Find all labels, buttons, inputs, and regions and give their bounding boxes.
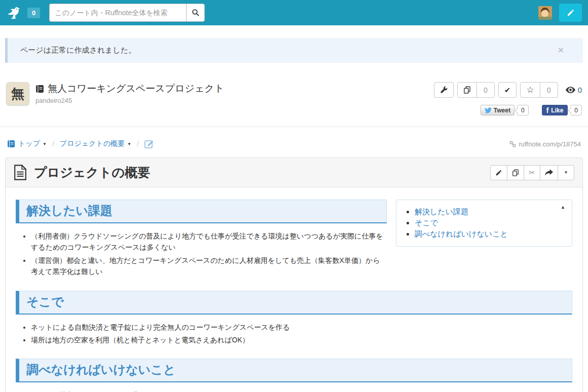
search-form <box>49 4 205 22</box>
page-title: プロジェクトの概要 <box>34 164 150 181</box>
book-icon-blue <box>7 140 15 148</box>
list-item: （利用者側）クラウドソーシングの普及により地方でも仕事が受注できる環境は整いつつ… <box>31 230 393 253</box>
fork-button[interactable] <box>457 82 477 98</box>
user-avatar[interactable] <box>538 6 552 20</box>
chevron-down-icon: ▼ <box>564 170 568 175</box>
page-toolbar: ✂ ▼ <box>490 165 574 180</box>
star-button[interactable]: ☆ <box>520 82 540 98</box>
list-item: 電子錠の導入ってどれぐらいの費用がかかるのか？ <box>31 389 393 392</box>
document-icon <box>14 165 27 180</box>
page-panel: プロジェクトの概要 ✂ <box>5 158 583 392</box>
copy-page-button[interactable] <box>507 165 524 180</box>
wrench-icon <box>440 86 448 94</box>
star-count[interactable]: 0 <box>540 82 558 98</box>
note-avatar[interactable]: 無 <box>6 82 29 105</box>
breadcrumb-page-link[interactable]: プロジェクトの概要 <box>60 139 125 148</box>
list-item: 調べなければいけないこと <box>415 229 565 239</box>
section-bullet-list: （利用者側）クラウドソーシングの普及により地方でも仕事が受注できる環境は整いつつ… <box>16 230 393 278</box>
more-actions-button[interactable]: ▼ <box>558 165 574 180</box>
twitter-bird-icon <box>485 107 492 113</box>
page-url[interactable]: ruffnote.com/p/18754 <box>509 140 581 148</box>
watch-button[interactable]: ✔ <box>498 82 517 98</box>
like-widget: f Like 0 <box>542 105 582 115</box>
breadcrumb: トップ ▼ / プロジェクトの概要 ▼ / ruffnote.com/p/187… <box>0 127 588 158</box>
section-bullet-list: ネットによる自動決済と電子錠により完全無人のコーワーキングスペースを作る 場所は… <box>16 322 393 346</box>
view-count: 0 <box>578 86 582 94</box>
success-alert: ページは正常に作成されました。 × <box>5 38 583 63</box>
chevron-down-icon[interactable]: ▼ <box>127 142 131 146</box>
note-author[interactable]: pandeiro245 <box>35 97 224 104</box>
chevron-down-icon[interactable]: ▼ <box>43 142 47 146</box>
edit-page-button[interactable] <box>490 165 507 180</box>
list-item: 解決したい課題 <box>415 207 565 217</box>
search-input[interactable] <box>49 4 186 22</box>
notification-badge[interactable]: 0 <box>27 8 40 18</box>
facebook-like-button[interactable]: f Like <box>542 105 568 115</box>
table-of-contents: 解決したい課題 そこで 調べなければいけないこと ▲ <box>396 200 572 247</box>
eye-icon <box>566 87 575 93</box>
search-icon <box>192 9 200 17</box>
list-item: （運営側）都会と違い、地方だとコワーキングスペースのために人材雇用をしても売上（… <box>31 255 393 278</box>
pencil-icon <box>495 169 502 176</box>
list-item: そこで <box>415 218 565 228</box>
section-heading: 解決したい課題 <box>16 200 387 223</box>
new-page-button[interactable] <box>559 4 582 22</box>
tweet-count[interactable]: 0 <box>517 105 529 115</box>
toc-link-1[interactable]: 解決したい課題 <box>415 207 468 216</box>
alert-close-icon[interactable]: × <box>558 45 564 55</box>
like-count[interactable]: 0 <box>570 105 582 115</box>
page-panel-header: プロジェクトの概要 ✂ <box>6 158 582 187</box>
note-title: 無人コワーキングスペースプロジェクト <box>48 82 224 95</box>
facebook-icon: f <box>546 106 549 114</box>
collapse-toc-icon[interactable]: ▲ <box>561 205 565 210</box>
book-icon <box>35 85 44 93</box>
view-counter: 0 <box>566 86 582 94</box>
fork-count[interactable]: 0 <box>476 82 495 98</box>
section-bullet-list: 電子錠の導入ってどれぐらいの費用がかかるのか？ そういう運営をして良い格安物件と… <box>16 389 393 392</box>
alert-message: ページは正常に作成されました。 <box>20 46 136 54</box>
settings-button[interactable] <box>434 82 454 98</box>
navbar: 0 <box>0 0 588 25</box>
page-content: 解決したい課題 そこで 調べなければいけないこと ▲ 解決したい課題 （利用者側… <box>6 187 582 392</box>
note-header: 無 無人コワーキングスペースプロジェクト pandeiro245 <box>0 73 588 115</box>
breadcrumb-top-link[interactable]: トップ <box>7 139 40 148</box>
cut-page-button[interactable]: ✂ <box>524 165 540 180</box>
star-icon: ☆ <box>526 86 534 94</box>
pencil-icon <box>567 9 575 17</box>
tweet-widget: Tweet 0 <box>481 105 529 115</box>
move-page-button[interactable] <box>540 165 558 180</box>
toc-link-3[interactable]: 調べなければいけないこと <box>415 229 508 238</box>
copy-icon <box>512 169 519 176</box>
section-heading: 調べなければいけないこと <box>16 359 572 382</box>
ruffnote-logo-bird-icon[interactable] <box>6 6 23 20</box>
toc-link-2[interactable]: そこで <box>415 218 438 227</box>
tweet-button[interactable]: Tweet <box>481 105 514 115</box>
copy-icon <box>463 86 471 94</box>
edit-page-icon[interactable] <box>144 139 154 148</box>
check-icon: ✔ <box>504 86 511 94</box>
search-button[interactable] <box>186 4 205 22</box>
list-item: ネットによる自動決済と電子錠により完全無人のコーワーキングスペースを作る <box>31 322 393 333</box>
link-icon <box>509 141 516 147</box>
scissors-icon: ✂ <box>529 169 535 176</box>
list-item: 場所は地方の空家を利用（机と椅子とネットと電気さえあればOK） <box>31 334 393 345</box>
section-heading: そこで <box>16 291 572 315</box>
share-arrow-icon <box>545 169 553 176</box>
